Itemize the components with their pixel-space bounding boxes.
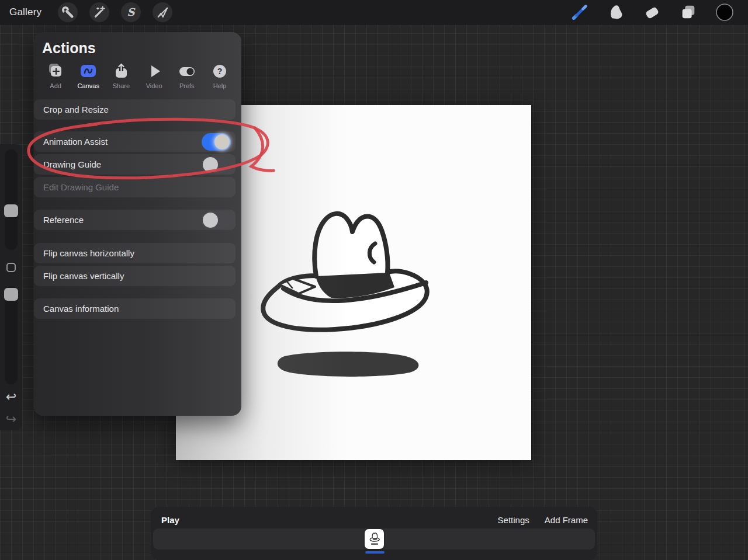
settings-button[interactable]: Settings xyxy=(498,515,529,525)
toggle-knob xyxy=(203,213,218,228)
wrench-icon xyxy=(60,5,75,20)
play-button[interactable]: Play xyxy=(161,515,179,525)
actions-button[interactable] xyxy=(58,2,78,22)
actions-popover: Actions Add xyxy=(34,32,241,416)
paint-tools xyxy=(567,0,748,25)
color-swatch-circle xyxy=(715,3,734,22)
brush-sidebar: ↩ ↪ xyxy=(0,144,22,430)
animation-assist-toggle[interactable] xyxy=(202,133,231,151)
brush-size-handle[interactable] xyxy=(4,204,18,217)
tab-video[interactable]: Video xyxy=(138,62,171,96)
canvas-squiggle-icon xyxy=(79,62,98,80)
share-icon xyxy=(112,62,130,80)
reference-toggle[interactable] xyxy=(202,211,231,229)
svg-text:S: S xyxy=(127,5,136,18)
selection-s-icon: S xyxy=(123,5,138,20)
paintbrush-icon xyxy=(571,4,588,21)
tab-canvas[interactable]: Canvas xyxy=(72,62,105,96)
tab-prefs[interactable]: Prefs xyxy=(171,62,203,96)
modify-button[interactable] xyxy=(6,263,16,272)
row-crop-and-resize[interactable]: Crop and Resize xyxy=(34,99,236,120)
gallery-button[interactable]: Gallery xyxy=(9,6,41,18)
prefs-toggle-icon xyxy=(178,62,196,80)
undo-button[interactable]: ↩ xyxy=(0,388,22,406)
tab-prefs-label: Prefs xyxy=(179,82,195,89)
row-label: Crop and Resize xyxy=(43,105,231,114)
row-label: Canvas information xyxy=(43,304,231,314)
smudge-button[interactable] xyxy=(603,0,629,25)
layers-button[interactable] xyxy=(676,0,701,25)
tab-help-label: Help xyxy=(213,82,227,89)
svg-text:?: ? xyxy=(217,67,223,76)
row-animation-assist[interactable]: Animation Assist xyxy=(34,131,236,152)
top-toolbar: Gallery S xyxy=(0,0,748,25)
row-label: Edit Drawing Guide xyxy=(43,182,231,192)
toggle-knob xyxy=(214,134,230,149)
transform-arrow-icon xyxy=(155,5,170,20)
brush-opacity-slider[interactable] xyxy=(5,286,18,384)
row-label: Drawing Guide xyxy=(43,159,202,169)
row-flip-vertical[interactable]: Flip canvas vertically xyxy=(34,266,236,286)
video-play-icon xyxy=(146,62,163,80)
toggle-knob xyxy=(203,157,218,172)
tab-add[interactable]: Add xyxy=(39,62,72,96)
tab-add-label: Add xyxy=(50,82,61,89)
layers-icon xyxy=(680,4,697,21)
brush-button[interactable] xyxy=(567,0,593,25)
add-canvas-icon xyxy=(47,62,64,80)
brush-size-slider[interactable] xyxy=(5,149,18,250)
row-label: Flip canvas vertically xyxy=(43,271,231,281)
selected-frame-indicator xyxy=(365,551,385,554)
smudge-finger-icon xyxy=(607,4,625,21)
row-reference[interactable]: Reference xyxy=(34,210,236,230)
erase-button[interactable] xyxy=(639,0,665,25)
row-label: Animation Assist xyxy=(43,137,202,147)
transform-button[interactable] xyxy=(153,2,172,22)
tab-help[interactable]: ? Help xyxy=(203,62,236,96)
row-canvas-information[interactable]: Canvas information xyxy=(34,298,236,319)
frame-thumbnail[interactable] xyxy=(365,529,384,549)
selection-button[interactable]: S xyxy=(121,2,141,22)
row-label: Reference xyxy=(43,215,202,225)
row-drawing-guide[interactable]: Drawing Guide xyxy=(34,154,236,175)
animation-timeline: Play Settings Add Frame xyxy=(151,507,597,560)
procreate-app: Gallery S xyxy=(0,0,748,560)
magic-wand-icon xyxy=(92,5,107,20)
timeline-header: Play Settings Add Frame xyxy=(151,512,597,527)
add-frame-button[interactable]: Add Frame xyxy=(545,515,588,525)
brush-opacity-handle[interactable] xyxy=(4,288,18,301)
row-label: Flip canvas horizontally xyxy=(43,248,231,258)
help-question-icon: ? xyxy=(211,62,228,80)
color-button[interactable] xyxy=(712,0,737,25)
adjustments-button[interactable] xyxy=(89,2,109,22)
tab-share[interactable]: Share xyxy=(105,62,137,96)
row-flip-horizontal[interactable]: Flip canvas horizontally xyxy=(34,243,236,263)
popover-title: Actions xyxy=(42,40,96,57)
frame-thumbnail-art xyxy=(368,531,382,547)
eraser-icon xyxy=(643,4,661,21)
tab-share-label: Share xyxy=(113,82,130,89)
row-edit-drawing-guide: Edit Drawing Guide xyxy=(34,177,236,197)
tab-canvas-label: Canvas xyxy=(78,82,99,89)
redo-button[interactable]: ↪ xyxy=(0,411,22,428)
drawing-guide-toggle[interactable] xyxy=(202,156,231,173)
tab-video-label: Video xyxy=(146,82,162,89)
actions-tabs: Add Canvas xyxy=(34,62,241,96)
